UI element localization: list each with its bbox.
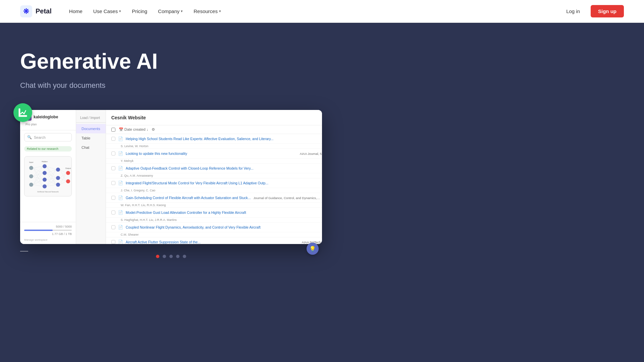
- nav-company[interactable]: Company ▾: [154, 6, 187, 17]
- hero-section: Generative AI Chat with your documents k…: [0, 23, 644, 362]
- svg-point-4: [43, 171, 47, 175]
- doc-author-row: J. Che, I. Gregory, C. Cao: [106, 188, 322, 193]
- svg-text:Hidden: Hidden: [42, 161, 47, 163]
- doc-checkbox[interactable]: [111, 181, 115, 185]
- hero-subtitle: Chat with your documents: [20, 81, 624, 90]
- nav-chat[interactable]: Chat: [76, 143, 106, 152]
- doc-title: Model-Predictive Gust Load Alleviation C…: [126, 210, 322, 215]
- signup-button[interactable]: Sign up: [591, 5, 624, 17]
- svg-point-8: [56, 176, 60, 180]
- nav-home[interactable]: Home: [65, 6, 87, 17]
- doc-checkbox[interactable]: [111, 225, 115, 229]
- doc-title: Gain-Scheduling Control of Flexible Airc…: [126, 196, 251, 200]
- svg-point-1: [29, 174, 33, 178]
- nav-resources[interactable]: Resources ▾: [190, 6, 225, 17]
- doc-file-icon: 📄: [118, 136, 123, 141]
- select-all-checkbox[interactable]: [111, 128, 115, 132]
- hero-title: Generative AI: [20, 50, 221, 73]
- doc-title: Coupled Nonlinear Flight Dynamics, Aeroe…: [126, 225, 322, 229]
- filter-icon[interactable]: ⚙: [152, 127, 155, 132]
- login-button[interactable]: Log in: [561, 6, 585, 17]
- svg-point-3: [43, 164, 47, 168]
- svg-line-34: [47, 178, 56, 186]
- table-row: 📄 Adaptive Output-Feedback Control with …: [106, 164, 322, 173]
- svg-line-22: [33, 180, 43, 185]
- doc-checkbox[interactable]: [111, 166, 115, 170]
- nav-links: Home Use Cases ▾ Pricing Company ▾ Resou…: [65, 6, 225, 17]
- filter-date[interactable]: 📅 Date created ↓: [119, 127, 149, 132]
- doc-file-icon: 📄: [118, 195, 123, 200]
- table-row: 📄 Coupled Nonlinear Flight Dynamics, Aer…: [106, 223, 322, 232]
- doc-author-row: Y. Melnyk: [106, 159, 322, 164]
- document-list-panel: Cesnik Website 🔍 Search documents 📅 Date…: [106, 110, 322, 244]
- svg-line-27: [47, 170, 56, 173]
- logo-text: Petal: [36, 7, 52, 15]
- logo[interactable]: ❋ Petal: [20, 5, 52, 17]
- doc-checkbox[interactable]: [111, 240, 115, 244]
- svg-text:Output: Output: [65, 167, 71, 169]
- doc-file-icon: 📄: [118, 210, 123, 215]
- file-search[interactable]: 🔍 Search: [24, 133, 72, 141]
- doc-author-row: C.M. Shearer: [106, 232, 322, 237]
- pagination-dot-2[interactable]: [163, 255, 166, 258]
- doc-file-icon: 📄: [118, 166, 123, 171]
- doc-title: Helping High School Students Read Like E…: [126, 137, 322, 141]
- document-list: 📄 Helping High School Students Read Like…: [106, 134, 322, 244]
- app-window: k kaleidoglobe Pro plan 🔍 Search Related…: [20, 110, 322, 244]
- svg-line-15: [33, 168, 43, 186]
- svg-point-9: [56, 183, 60, 187]
- doc-title: Adaptive Output-Feedback Control with Cl…: [126, 166, 322, 170]
- doc-file-icon: 📄: [118, 225, 123, 230]
- doc-journal: AIAA Journal, 51 (2013), pp. 330-: [300, 152, 322, 156]
- app-mockup: k kaleidoglobe Pro plan 🔍 Search Related…: [20, 110, 322, 258]
- table-row: 📄 Integrated Flight/Structural Mode Cont…: [106, 178, 322, 188]
- svg-text:Artificial Neural Network: Artificial Neural Network: [37, 191, 59, 193]
- floating-logo-icon: [13, 103, 32, 122]
- pagination-dot-3[interactable]: [169, 255, 173, 258]
- neural-net-preview: Artificial Neural Network Input Hidden O…: [24, 156, 72, 196]
- pagination-dot-1[interactable]: [156, 255, 159, 258]
- manage-workspace-label: Manage workspace: [24, 238, 72, 241]
- doc-checkbox[interactable]: [111, 152, 115, 156]
- doc-author-row: W. Fan, H.H.T. Liu, R.H.S. Kwong: [106, 203, 322, 208]
- svg-point-11: [66, 179, 70, 183]
- svg-line-35: [47, 185, 56, 186]
- doc-file-icon: 📄: [118, 151, 123, 156]
- doc-file-icon: 📄: [118, 240, 123, 244]
- chart-icon: [18, 108, 28, 118]
- doc-checkbox[interactable]: [111, 210, 115, 215]
- doc-title: Looking to update this new functionality: [126, 152, 297, 156]
- file-search-placeholder: Search: [34, 135, 46, 139]
- nav-documents[interactable]: Documents: [76, 124, 106, 133]
- storage-count: 5000 / 5000: [24, 225, 72, 228]
- table-row: 📄 Looking to update this new functionali…: [106, 149, 322, 159]
- navbar-left: ❋ Petal Home Use Cases ▾ Pricing Company…: [20, 5, 225, 17]
- nav-pricing[interactable]: Pricing: [128, 6, 151, 17]
- file-panel: k kaleidoglobe Pro plan 🔍 Search Related…: [20, 110, 76, 244]
- related-tag: Related to our research: [24, 146, 72, 152]
- nav-use-cases[interactable]: Use Cases ▾: [89, 6, 125, 17]
- svg-point-10: [66, 171, 70, 175]
- resources-chevron-icon: ▾: [219, 9, 221, 13]
- navbar: ❋ Petal Home Use Cases ▾ Pricing Company…: [0, 0, 644, 23]
- svg-point-2: [29, 183, 33, 187]
- svg-point-0: [29, 166, 33, 170]
- search-icon: 🔍: [27, 135, 32, 139]
- use-cases-chevron-icon: ▾: [119, 9, 121, 13]
- workspace-name: kaleidoglobe: [34, 115, 58, 119]
- storage-fill: [24, 230, 53, 231]
- pagination-dot-5[interactable]: [183, 255, 186, 258]
- nav-table[interactable]: Table: [76, 133, 106, 143]
- pagination-dot-4[interactable]: [176, 255, 179, 258]
- doc-filters: 📅 Date created ↓ ⚙: [106, 125, 322, 134]
- logo-flower-icon: ❋: [23, 7, 29, 16]
- storage-gb: 1.77 GB / 1 TB: [24, 232, 72, 236]
- doc-checkbox[interactable]: [111, 137, 115, 141]
- doc-title: Integrated Flight/Structural Mode Contro…: [126, 181, 322, 185]
- navbar-right: Log in Sign up: [561, 5, 624, 17]
- upload-label: Load / Import: [76, 113, 106, 123]
- svg-point-6: [43, 184, 47, 188]
- doc-checkbox[interactable]: [111, 196, 115, 200]
- svg-line-28: [47, 173, 56, 178]
- doc-author-row: Z. Qu, A.M. Annaswamy: [106, 173, 322, 178]
